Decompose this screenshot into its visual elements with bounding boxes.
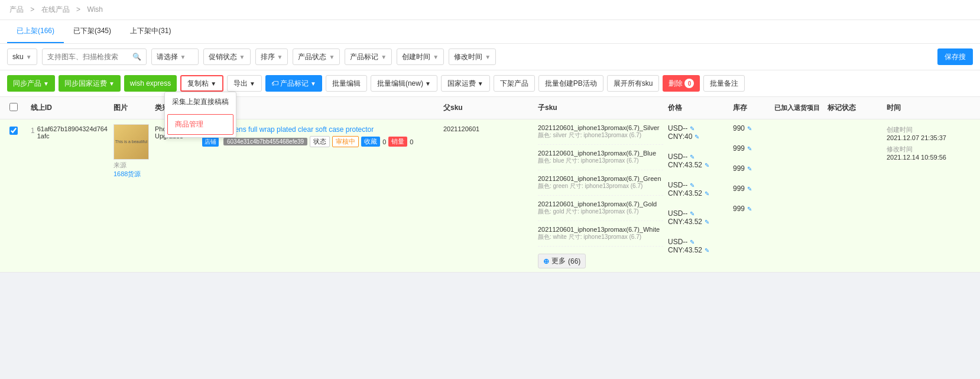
- create-time-label: 创建时间: [887, 125, 971, 134]
- tag-icon: 🏷: [271, 79, 278, 88]
- tab-listed[interactable]: 已上架(166): [7, 20, 64, 43]
- stock-item-4: 999 ✎: [733, 205, 770, 213]
- create-time-select[interactable]: 创建时间 ▼: [397, 48, 444, 65]
- row-checkbox-cell: [7, 122, 28, 138]
- product-image: This is a beautiful: [113, 124, 149, 160]
- delete-count-badge: 0: [684, 79, 694, 88]
- tabs-bar: 已上架(166) 已下架(345) 上下架中(31): [0, 20, 980, 44]
- price-item-0: USD-- ✎ CNY:40 ✎: [668, 124, 728, 141]
- copy-paste-dropdown: 采集上架直接稿稿 商品管理: [164, 92, 236, 138]
- status-label-badge: 状态: [310, 136, 330, 147]
- edit-price-usd-3[interactable]: ✎: [690, 210, 695, 217]
- batch-edit-new-button[interactable]: 批量编辑(new) ▼: [371, 75, 437, 92]
- edit-price-cny-2[interactable]: ✎: [705, 190, 709, 197]
- shop-tag-badge: 店铺: [202, 137, 219, 147]
- expand-all-sku-button[interactable]: 展开所有sku: [607, 75, 660, 92]
- sku-item-4: 2021120601_iphone13promax(6.7)_White 颜色:…: [538, 226, 663, 247]
- edit-stock-2[interactable]: ✎: [747, 166, 752, 172]
- collect-label-badge: 收藏: [361, 137, 380, 147]
- chevron-down-icon: ▼: [210, 80, 216, 87]
- export-button[interactable]: 导出 ▼: [227, 75, 262, 92]
- source-link[interactable]: 1688货源: [113, 170, 150, 179]
- header-parent-sku: 父sku: [441, 102, 536, 114]
- row-number: 1: [31, 125, 35, 135]
- edit-price-cny-0[interactable]: ✎: [695, 134, 699, 140]
- dropdown-item-collect[interactable]: 采集上架直接稿稿: [165, 92, 236, 112]
- product-status-select[interactable]: 产品状态 ▼: [293, 48, 340, 65]
- product-tag-select[interactable]: 产品标记 ▼: [345, 48, 392, 65]
- copy-paste-button[interactable]: 复制粘 ▼: [180, 75, 223, 92]
- country-freight-button[interactable]: 国家运费 ▼: [441, 75, 490, 92]
- search-box[interactable]: 🔍: [42, 48, 147, 65]
- save-button[interactable]: 保存搜: [937, 48, 973, 65]
- batch-note-button[interactable]: 批量备注: [703, 75, 745, 92]
- more-button[interactable]: ⊕ 更多 (66): [538, 254, 586, 268]
- product-tag-button[interactable]: 🏷 产品标记 ▼: [265, 75, 322, 92]
- price-cny-2: CNY:43.52 ✎: [668, 189, 728, 197]
- batch-edit-button[interactable]: 批量编辑: [326, 75, 367, 92]
- delete-button[interactable]: 删除 0: [663, 75, 700, 92]
- category-select[interactable]: 请选择 ▼: [151, 48, 199, 65]
- edit-price-cny-4[interactable]: ✎: [705, 247, 709, 254]
- modify-time-select[interactable]: 修改时间 ▼: [449, 48, 496, 65]
- sync-product-button[interactable]: 同步产品 ▼: [7, 75, 55, 92]
- breadcrumb-item-product[interactable]: 产品: [9, 5, 24, 14]
- edit-price-cny-1[interactable]: ✎: [705, 162, 709, 169]
- stock-item-1: 999 ✎: [733, 144, 770, 153]
- shop-id-badge: 6034e31c4b7bb455468efe39: [223, 138, 307, 145]
- row-child-sku-cell: 2021120601_iphone13promax(6.7)_Silver 颜色…: [536, 122, 666, 270]
- price-cny-1: CNY:43.52 ✎: [668, 161, 728, 169]
- edit-stock-4[interactable]: ✎: [747, 206, 752, 212]
- table-row: 1 61af627b18904324d7641afc This is a bea…: [0, 119, 980, 273]
- toolbar: 同步产品 ▼ 同步国家运费 ▼ wish express 复制粘 ▼ 导出 ▼ …: [0, 70, 980, 97]
- sync-country-button[interactable]: 同步国家运费 ▼: [59, 75, 121, 92]
- breadcrumb: 产品 > 在线产品 > Wish: [0, 0, 980, 20]
- sku-item-1: 2021120601_iphone13promax(6.7)_Blue 颜色: …: [538, 150, 663, 170]
- tab-delisted[interactable]: 已下架(345): [64, 20, 121, 43]
- sales-label-badge: 销量: [388, 137, 407, 147]
- sales-count: 0: [410, 138, 413, 145]
- product-tags: 店铺 6034e31c4b7bb455468efe39 状态 审核中 收藏 0 …: [202, 136, 439, 147]
- tab-in-progress[interactable]: 上下架中(31): [121, 20, 180, 43]
- status-value-badge: 审核中: [332, 136, 359, 147]
- edit-price-usd-2[interactable]: ✎: [690, 182, 695, 189]
- product-title[interactable]: iphone13 lens full wrap plated clear sof…: [202, 125, 439, 134]
- edit-price-cny-3[interactable]: ✎: [705, 219, 709, 225]
- chevron-down-icon: ▼: [43, 80, 49, 87]
- header-checkbox-col: [7, 102, 28, 114]
- search-input[interactable]: [47, 53, 130, 61]
- sku-attrs-2: 颜色: green 尺寸: iphone13promax (6.7): [538, 182, 663, 190]
- breadcrumb-item-online[interactable]: 在线产品: [41, 5, 70, 14]
- row-tag-status-cell: [825, 122, 884, 124]
- chevron-down-icon: ▼: [310, 80, 316, 87]
- edit-stock-1[interactable]: ✎: [747, 145, 752, 152]
- collect-count: 0: [382, 138, 386, 145]
- more-label: 更多: [551, 256, 566, 266]
- edit-stock-0[interactable]: ✎: [747, 125, 752, 132]
- row-id-cell: 1 61af627b18904324d7641afc: [28, 122, 111, 141]
- row-price-cell: USD-- ✎ CNY:40 ✎ USD-- ✎ CNY:43.52 ✎: [666, 122, 731, 260]
- wish-express-button[interactable]: wish express: [124, 75, 177, 92]
- row-checkbox[interactable]: [9, 127, 18, 135]
- select-all-checkbox[interactable]: [9, 103, 18, 111]
- row-return-cell: [772, 122, 825, 124]
- edit-price-usd-4[interactable]: ✎: [690, 239, 695, 245]
- sku-select[interactable]: sku ▼: [7, 48, 37, 65]
- price-cny-4: CNY:43.52 ✎: [668, 246, 728, 254]
- sku-attrs-1: 颜色: blue 尺寸: iphone13promax (6.7): [538, 157, 663, 165]
- header-time: 时间: [884, 102, 973, 114]
- search-icon[interactable]: 🔍: [132, 53, 141, 61]
- edit-price-usd-0[interactable]: ✎: [690, 125, 695, 132]
- price-usd-1: USD-- ✎: [668, 153, 728, 161]
- promotion-select[interactable]: 促销状态 ▼: [203, 48, 251, 65]
- price-usd-4: USD-- ✎: [668, 238, 728, 246]
- batch-create-pb-button[interactable]: 批量创建PB活动: [538, 75, 603, 92]
- edit-stock-3[interactable]: ✎: [747, 186, 752, 192]
- sort-select[interactable]: 排序 ▼: [255, 48, 288, 65]
- edit-price-usd-1[interactable]: ✎: [690, 154, 695, 160]
- header-child-sku: 子sku: [536, 102, 666, 114]
- header-price: 价格: [666, 102, 731, 114]
- off-shelf-button[interactable]: 下架产品: [494, 75, 535, 92]
- stock-item-0: 990 ✎: [733, 124, 770, 132]
- dropdown-item-product-mgmt[interactable]: 商品管理: [167, 114, 233, 135]
